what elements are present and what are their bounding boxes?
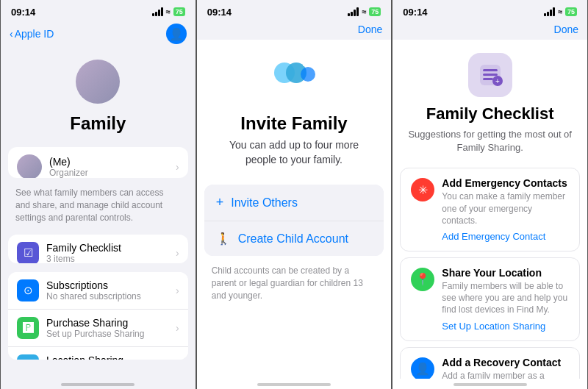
page-title-1: Family — [70, 113, 126, 134]
home-indicator-1 — [1, 379, 196, 389]
svg-point-2 — [301, 67, 315, 82]
features-list: ⊙ Subscriptions No shared subscriptions … — [8, 272, 188, 360]
svg-rect-6 — [483, 69, 498, 71]
recovery-card-text: Add a Recovery Contact Add a family memb… — [442, 357, 569, 379]
location-card-header: 📍 Share Your Location Family members wil… — [411, 267, 569, 316]
child-person-icon: 🚶 — [216, 232, 231, 246]
location-item[interactable]: ▷ Location Sharing Not sharing with fami… — [8, 347, 188, 360]
home-indicator-2 — [197, 379, 392, 389]
person-plus-icon: 👤 — [169, 27, 184, 41]
invite-hero: + Invite Family You can add up to four m… — [197, 40, 392, 174]
signal-icon-3 — [544, 7, 555, 16]
invite-options-list: + Invite Others 🚶 Create Child Account — [204, 185, 384, 256]
done-button-2[interactable]: Done — [358, 24, 382, 35]
status-bar-3: 09:14 ≈ 75 — [392, 0, 587, 21]
back-button-1[interactable]: ‹ Apple ID — [10, 28, 54, 40]
emergency-card-text: Add Emergency Contacts You can make a fa… — [442, 177, 569, 226]
battery-3: 75 — [565, 7, 577, 16]
nav-bar-2: Done — [197, 21, 392, 40]
location-action[interactable]: Set Up Location Sharing — [411, 321, 569, 332]
location-content: Location Sharing Not sharing with family — [46, 354, 176, 360]
invite-icon-wrapper: + — [268, 54, 320, 106]
recovery-title: Add a Recovery Contact — [442, 357, 569, 368]
member-role-me: Organizer — [49, 168, 176, 178]
member-avatar-me — [17, 154, 42, 178]
invite-note: Child accounts can be created by a paren… — [197, 260, 392, 306]
checklist-cards-list: ✳ Add Emergency Contacts You can make a … — [392, 162, 587, 379]
emergency-desc: You can make a family member one of your… — [442, 190, 569, 226]
chevron-right-purchase: › — [176, 322, 179, 334]
add-family-icon[interactable]: 👤 — [166, 24, 187, 44]
chevron-right-sub: › — [176, 285, 179, 296]
subscriptions-sub: No shared subscriptions — [46, 291, 176, 301]
location-icon: ▷ — [17, 354, 39, 360]
done-button-3[interactable]: Done — [554, 24, 578, 35]
checklist-page-sub: Suggestions for getting the most out of … — [407, 128, 573, 154]
checklist-item[interactable]: ☑ Family Checklist 3 items › — [8, 235, 188, 263]
invite-screen-content: + Invite Family You can add up to four m… — [197, 40, 392, 379]
time-1: 09:14 — [11, 7, 35, 18]
time-3: 09:14 — [403, 7, 427, 18]
signal-icon-2 — [348, 7, 359, 16]
nav-bar-1: ‹ Apple ID 👤 — [1, 21, 196, 49]
location-title: Location Sharing — [46, 354, 176, 360]
subscriptions-item[interactable]: ⊙ Subscriptions No shared subscriptions … — [8, 272, 188, 310]
emergency-title: Add Emergency Contacts — [442, 177, 569, 189]
chevron-right-icon-me: › — [176, 161, 179, 173]
purchase-icon: 🅿 — [17, 317, 39, 339]
location-card-desc: Family members will be able to see where… — [442, 280, 569, 316]
recovery-desc: Add a family member as a recovery contac… — [442, 370, 569, 379]
svg-text:+: + — [300, 58, 306, 69]
emergency-card: ✳ Add Emergency Contacts You can make a … — [400, 168, 580, 251]
checklist-svg-icon: + — [477, 62, 503, 88]
create-child-label: Create Child Account — [238, 232, 348, 246]
family-avatar — [76, 60, 120, 104]
phone-checklist: 09:14 ≈ 75 Done — [392, 0, 588, 389]
nav-bar-3: Done — [392, 21, 587, 40]
subscriptions-content: Subscriptions No shared subscriptions — [46, 279, 176, 301]
checklist-screen-content: + Family Checklist Suggestions for getti… — [392, 40, 587, 379]
plus-icon: + — [216, 195, 224, 210]
family-hero: Family — [1, 49, 196, 143]
invite-others-label: Invite Others — [231, 196, 298, 210]
purchase-item[interactable]: 🅿 Purchase Sharing Set up Purchase Shari… — [8, 310, 188, 347]
checklist-page-title: Family Checklist — [426, 104, 554, 124]
checklist-icon-box: ☑ — [17, 242, 39, 263]
battery-2: 75 — [369, 7, 381, 16]
recovery-icon: 👤 — [411, 357, 434, 379]
signal-icon-1 — [152, 7, 163, 16]
emergency-icon: ✳ — [411, 178, 434, 201]
emergency-action[interactable]: Add Emergency Contact — [411, 231, 569, 242]
checklist-hero: + Family Checklist Suggestions for getti… — [392, 40, 587, 162]
battery-1: 75 — [173, 7, 185, 16]
invite-title: Invite Family — [240, 113, 347, 134]
invite-others-option[interactable]: + Invite Others — [204, 185, 384, 221]
location-card-text: Share Your Location Family members will … — [442, 267, 569, 316]
wifi-icon-3: ≈ — [558, 7, 562, 16]
wifi-icon-1: ≈ — [166, 7, 171, 16]
status-icons-3: ≈ 75 — [544, 7, 577, 16]
back-label-1: Apple ID — [15, 28, 54, 40]
member-item-me[interactable]: (Me) Organizer › — [8, 147, 188, 178]
location-card-title: Share Your Location — [442, 267, 569, 279]
invite-sub: You can add up to four more people to yo… — [212, 138, 377, 167]
phone-family: 09:14 ≈ 75 ‹ Apple ID 👤 Family — [0, 0, 196, 389]
member-content-me: (Me) Organizer — [49, 156, 176, 178]
create-child-option[interactable]: 🚶 Create Child Account — [204, 221, 384, 256]
emergency-card-header: ✳ Add Emergency Contacts You can make a … — [411, 177, 569, 226]
svg-rect-7 — [483, 78, 493, 80]
recovery-card: 👤 Add a Recovery Contact Add a family me… — [400, 347, 580, 379]
status-icons-1: ≈ 75 — [152, 7, 185, 16]
subscriptions-icon: ⊙ — [17, 279, 39, 301]
checklist-content: Family Checklist 3 items — [46, 242, 176, 263]
home-bar-2 — [257, 383, 331, 386]
member-name-me: (Me) — [49, 156, 176, 168]
status-bar-1: 09:14 ≈ 75 — [1, 0, 196, 21]
recovery-card-header: 👤 Add a Recovery Contact Add a family me… — [411, 357, 569, 379]
time-2: 09:14 — [207, 7, 232, 18]
svg-text:+: + — [495, 77, 500, 85]
chevron-right-checklist: › — [176, 247, 179, 259]
family-avatar-group — [72, 56, 123, 107]
family-screen-content: Family (Me) Organizer › See what family … — [1, 49, 196, 379]
purchase-title: Purchase Sharing — [46, 317, 176, 329]
